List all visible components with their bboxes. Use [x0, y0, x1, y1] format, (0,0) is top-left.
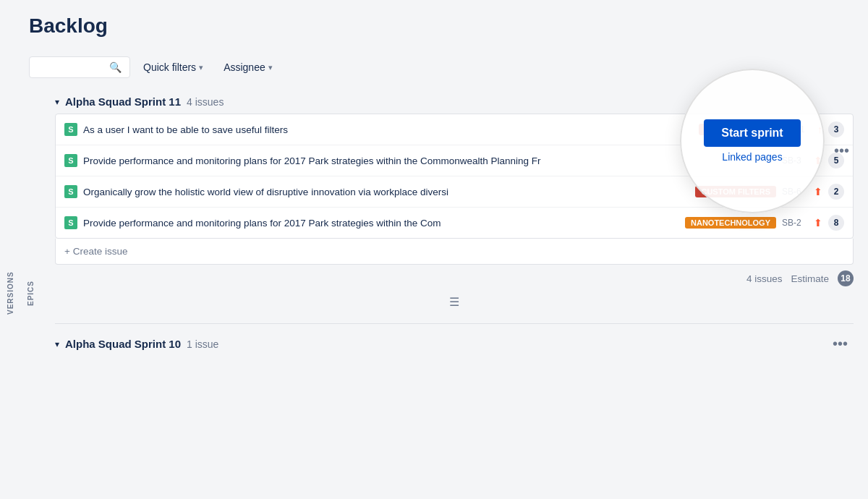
assignee-button[interactable]: Assignee ▾	[216, 57, 280, 77]
priority-icon: ⬆	[814, 217, 822, 229]
footer-estimate-badge: 18	[838, 270, 854, 286]
table-row[interactable]: S Provide performance and monitoring pla…	[56, 208, 853, 238]
sprint-10-chevron[interactable]: ▾	[55, 339, 59, 349]
assignee-label: Assignee	[224, 61, 265, 73]
priority-icon: ⬆	[814, 186, 822, 197]
epics-label: EPICS	[20, 87, 41, 499]
linked-pages-link[interactable]: Linked pages	[722, 151, 782, 163]
issue-text: Provide performance and monitoring plans…	[83, 155, 776, 166]
page-title: Backlog	[29, 14, 839, 38]
start-sprint-button[interactable]: Start sprint	[704, 119, 800, 147]
quick-filters-label: Quick filters	[143, 61, 196, 73]
create-issue-button[interactable]: + Create issue	[55, 239, 854, 265]
chevron-down-icon-2: ▾	[268, 63, 273, 72]
sprint-10-more-options-button[interactable]: •••	[827, 333, 854, 355]
quick-filters-button[interactable]: Quick filters ▾	[136, 57, 210, 77]
sprint-11-name: Alpha Squad Sprint 11	[65, 95, 181, 108]
issue-id: SB-2	[782, 218, 808, 228]
sprint-11-more-options-button[interactable]: •••	[828, 140, 855, 162]
sprint-10-name: Alpha Squad Sprint 10	[65, 338, 181, 350]
issue-type-icon: S	[64, 185, 77, 198]
chevron-down-icon: ▾	[199, 63, 203, 72]
search-icon: 🔍	[109, 61, 122, 73]
footer-issues: 4 issues	[746, 273, 783, 284]
spotlight-overlay: Start sprint Linked pages	[680, 69, 825, 213]
sprint-10-issues-count: 1 issue	[187, 338, 218, 350]
sprint-footer: 4 issues Estimate 18	[55, 265, 854, 292]
issue-points: 8	[828, 215, 844, 231]
sprint-11-header-left: ▾ Alpha Squad Sprint 11 4 issues	[55, 95, 224, 108]
drag-handle: ☰	[55, 292, 854, 312]
header: Backlog	[0, 0, 868, 56]
create-issue-label: + Create issue	[64, 246, 127, 257]
sprint-10-header-left: ▾ Alpha Squad Sprint 10 1 issue	[55, 338, 218, 350]
issue-text: Provide performance and monitoring plans…	[83, 218, 679, 229]
footer-estimate-label: Estimate	[791, 273, 829, 284]
sprint-11-issues-count: 4 issues	[187, 96, 224, 108]
issue-points: 3	[828, 121, 844, 137]
search-input[interactable]	[37, 61, 109, 73]
search-input-wrapper[interactable]: 🔍	[29, 56, 130, 78]
sprint-11-chevron[interactable]: ▾	[55, 97, 59, 107]
sprint-10-section: ▾ Alpha Squad Sprint 10 1 issue •••	[55, 323, 854, 361]
issue-points: 2	[828, 184, 844, 200]
versions-label: VERSIONS	[0, 87, 20, 499]
issue-type-icon: S	[64, 216, 77, 229]
issue-text: Organically grow the holistic world view…	[83, 187, 689, 197]
issue-type-icon: S	[64, 123, 77, 136]
issue-tag-nanotechnology: NANOTECHNOLOGY	[685, 217, 776, 229]
issue-type-icon: S	[64, 154, 77, 167]
page-wrapper: Backlog 🔍 Quick filters ▾ Assignee ▾ VER…	[0, 0, 868, 499]
sprint-10-header-right: •••	[827, 333, 854, 355]
issue-text: As a user I want to be able to save usef…	[83, 124, 693, 135]
